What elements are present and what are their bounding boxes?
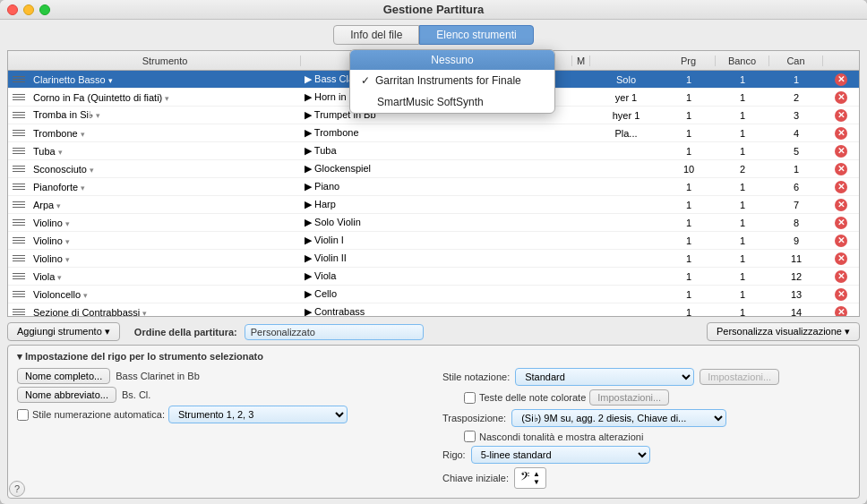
table-row[interactable]: Violino ▾ ▶ Solo Violin 1 1 8 ✕ bbox=[8, 214, 859, 232]
dropdown-menu: Nessuno Garritan Instruments for Finale … bbox=[349, 49, 555, 114]
row-drag-handle[interactable] bbox=[8, 219, 30, 226]
row-banco: 1 bbox=[716, 200, 769, 210]
row-prg: 1 bbox=[662, 92, 716, 103]
tabs-bar: Info del file Elenco strumenti bbox=[0, 20, 867, 45]
th-banco: Banco bbox=[716, 56, 769, 66]
row-banco: 1 bbox=[716, 289, 769, 300]
teste-colorate-label: Teste delle note colorate bbox=[479, 392, 586, 403]
dropdown-header: Nessuno bbox=[350, 50, 554, 70]
stile-notazione-select[interactable]: Standard bbox=[515, 368, 694, 386]
row-drag-handle[interactable] bbox=[8, 201, 30, 208]
table-row[interactable]: Pianoforte ▾ ▶ Piano 1 1 6 ✕ bbox=[8, 178, 859, 196]
rigo-label: Rigo: bbox=[442, 449, 466, 460]
personalizza-button[interactable]: Personalizza visualizzazione ▾ bbox=[707, 322, 860, 341]
row-delete[interactable]: ✕ bbox=[823, 163, 859, 175]
row-drag-handle[interactable] bbox=[8, 76, 30, 82]
row-delete[interactable]: ✕ bbox=[823, 199, 859, 211]
table-row[interactable]: Sconosciuto ▾ ▶ Glockenspiel 10 2 1 ✕ bbox=[8, 160, 859, 178]
nome-abbreviato-value: Bs. Cl. bbox=[122, 389, 150, 400]
row-delete[interactable]: ✕ bbox=[823, 235, 859, 247]
teste-colorate-checkbox[interactable] bbox=[464, 392, 476, 404]
impostazioni2-button[interactable]: Impostazioni... bbox=[589, 389, 669, 406]
row-drag-handle[interactable] bbox=[8, 184, 30, 190]
nome-completo-button[interactable]: Nome completo... bbox=[17, 368, 110, 384]
row-strumento: Pianoforte ▾ bbox=[30, 182, 301, 192]
row-delete[interactable]: ✕ bbox=[823, 252, 859, 265]
row-can: 12 bbox=[769, 271, 823, 282]
row-can: 7 bbox=[769, 200, 823, 210]
nome-abbreviato-button[interactable]: Nome abbreviato... bbox=[17, 387, 116, 403]
row-can: 1 bbox=[769, 74, 823, 85]
row-delete[interactable]: ✕ bbox=[823, 306, 859, 317]
row-nome: ▶ Harp bbox=[301, 199, 572, 210]
chiave-stepper[interactable]: ▲ ▼ bbox=[533, 470, 540, 486]
row-delete[interactable]: ✕ bbox=[823, 217, 859, 229]
row-can: 14 bbox=[769, 307, 823, 317]
chiave-row: Chiave iniziale: 𝄢 ▲ ▼ bbox=[442, 467, 850, 489]
row-drag-handle[interactable] bbox=[8, 166, 30, 172]
right-column: Stile notazione: Standard Impostazioni..… bbox=[442, 368, 850, 492]
row-strumento: Arpa ▾ bbox=[30, 200, 301, 210]
row-drag-handle[interactable] bbox=[8, 94, 30, 100]
row-delete[interactable]: ✕ bbox=[823, 288, 859, 301]
row-delete[interactable]: ✕ bbox=[823, 181, 859, 193]
stile-numerazione-select[interactable]: Strumento 1, 2, 3 bbox=[168, 406, 348, 423]
table-row[interactable]: Trombone ▾ ▶ Trombone Pla... 1 1 4 ✕ bbox=[8, 124, 859, 142]
row-strumento: Sezione di Contrabbassi ▾ bbox=[30, 307, 301, 317]
row-drag-handle[interactable] bbox=[8, 291, 30, 297]
window: Gestione Partitura Info del file Elenco … bbox=[0, 0, 867, 504]
tab-info[interactable]: Info del file bbox=[333, 25, 419, 45]
row-drag-handle[interactable] bbox=[8, 309, 30, 315]
tab-elenco[interactable]: Elenco strumenti bbox=[419, 25, 533, 45]
row-delete[interactable]: ✕ bbox=[823, 127, 859, 140]
table-row[interactable]: Violoncello ▾ ▶ Cello 1 1 13 ✕ bbox=[8, 286, 859, 303]
row-strumento: Viola ▾ bbox=[30, 271, 301, 282]
row-drag-handle[interactable] bbox=[8, 237, 30, 243]
stile-notazione-row: Stile notazione: Standard Impostazioni..… bbox=[442, 368, 850, 386]
stile-numerazione-label: Stile numerazione automatica: bbox=[32, 409, 165, 420]
row-delete[interactable]: ✕ bbox=[823, 145, 859, 158]
row-channel: Pla... bbox=[590, 128, 662, 139]
row-drag-handle[interactable] bbox=[8, 130, 30, 136]
nascondi-label: Nascondi tonalità e mostra alterazioni bbox=[479, 431, 643, 442]
ordine-label: Ordine della partitura: bbox=[134, 327, 237, 337]
rigo-select[interactable]: 5-linee standard bbox=[471, 446, 650, 464]
row-delete[interactable]: ✕ bbox=[823, 270, 859, 283]
maximize-button[interactable] bbox=[39, 4, 50, 15]
row-drag-handle[interactable] bbox=[8, 255, 30, 261]
row-drag-handle[interactable] bbox=[8, 273, 30, 279]
row-strumento: Violino ▾ bbox=[30, 253, 301, 264]
add-instrument-button[interactable]: Aggiungi strumento ▾ bbox=[7, 322, 120, 341]
dropdown-item-smartmusic[interactable]: SmartMusic SoftSynth bbox=[350, 91, 554, 113]
row-can: 13 bbox=[769, 289, 823, 300]
minimize-button[interactable] bbox=[23, 4, 34, 15]
ordine-select[interactable]: Personalizzato bbox=[245, 324, 424, 340]
row-delete[interactable]: ✕ bbox=[823, 91, 859, 104]
table-row[interactable]: Viola ▾ ▶ Viola 1 1 12 ✕ bbox=[8, 268, 859, 286]
row-delete[interactable]: ✕ bbox=[823, 73, 859, 86]
row-nome: ▶ Tuba bbox=[301, 145, 572, 157]
trasposizione-select[interactable]: (Si♭) 9M su, agg. 2 diesis, Chiave di... bbox=[511, 409, 726, 427]
row-drag-handle[interactable] bbox=[8, 148, 30, 154]
close-button[interactable] bbox=[7, 4, 18, 15]
table-row[interactable]: Arpa ▾ ▶ Harp 1 1 7 ✕ bbox=[8, 196, 859, 214]
nascondi-checkbox[interactable] bbox=[464, 431, 476, 442]
row-drag-handle[interactable] bbox=[8, 112, 30, 118]
table-row[interactable]: Violino ▾ ▶ Violin II 1 1 11 ✕ bbox=[8, 250, 859, 268]
dropdown-item-garritan[interactable]: Garritan Instruments for Finale bbox=[350, 70, 554, 91]
table-row[interactable]: Sezione di Contrabbassi ▾ ▶ Contrabass 1… bbox=[8, 303, 859, 316]
table-row[interactable]: Tuba ▾ ▶ Tuba 1 1 5 ✕ bbox=[8, 142, 859, 160]
bottom-toolbar: Aggiungi strumento ▾ Ordine della partit… bbox=[7, 317, 860, 345]
row-banco: 1 bbox=[716, 235, 769, 246]
row-prg: 1 bbox=[662, 218, 716, 228]
row-delete[interactable]: ✕ bbox=[823, 109, 859, 122]
th-can: Can bbox=[769, 56, 823, 66]
table-row[interactable]: Violino ▾ ▶ Violin I 1 1 9 ✕ bbox=[8, 232, 859, 250]
row-banco: 1 bbox=[716, 146, 769, 157]
help-button[interactable]: ? bbox=[9, 481, 25, 497]
impostazioni1-button[interactable]: Impostazioni... bbox=[700, 369, 779, 385]
impostazione-section: ▾ Impostazione del rigo per lo strumento… bbox=[7, 345, 860, 499]
nome-abbreviato-row: Nome abbreviato... Bs. Cl. bbox=[17, 387, 425, 403]
stile-numerazione-checkbox[interactable] bbox=[17, 409, 29, 421]
row-can: 4 bbox=[769, 128, 823, 139]
